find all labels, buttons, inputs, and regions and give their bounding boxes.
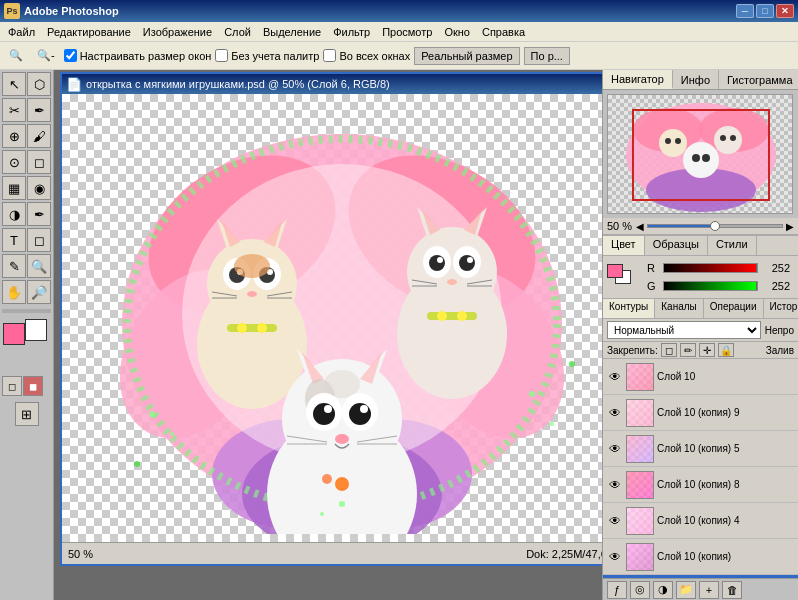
lock-paint-btn[interactable]: ✏ — [680, 343, 696, 357]
svg-point-32 — [407, 227, 497, 317]
menu-select[interactable]: Выделение — [257, 24, 327, 40]
zoom-in-icon[interactable]: ▶ — [786, 221, 794, 232]
add-mask-btn[interactable]: ◎ — [630, 581, 650, 599]
screen-mode-btn[interactable]: ⊞ — [15, 402, 39, 426]
checkbox-all-windows[interactable]: Во всех окнах — [323, 49, 410, 62]
quickmask-mode-btn[interactable]: ◼ — [23, 376, 43, 396]
checkbox-resize-windows[interactable]: Настраивать размер окон — [64, 49, 212, 62]
tool-hand[interactable]: ✋ — [2, 280, 26, 304]
tool-blur[interactable]: ◉ — [27, 176, 51, 200]
layer-row[interactable]: 👁 Слой 10 — [603, 359, 798, 395]
background-color-swatch[interactable] — [25, 319, 47, 341]
tool-slice[interactable]: ✒ — [27, 98, 51, 122]
delete-layer-btn[interactable]: 🗑 — [722, 581, 742, 599]
close-button[interactable]: ✕ — [776, 4, 794, 18]
menu-image[interactable]: Изображение — [137, 24, 218, 40]
maximize-button[interactable]: □ — [756, 4, 774, 18]
minimize-button[interactable]: ─ — [736, 4, 754, 18]
menu-edit[interactable]: Редактирование — [41, 24, 137, 40]
postcard-image — [92, 114, 592, 534]
blend-mode-select[interactable]: Нормальный — [607, 321, 761, 339]
tool-notes[interactable]: ✎ — [2, 254, 26, 278]
tool-move[interactable]: ↖ — [2, 72, 26, 96]
layer-row[interactable]: 👁 Слой 10 (копия) 8 — [603, 467, 798, 503]
tab-channels[interactable]: Каналы — [655, 299, 704, 318]
tab-actions[interactable]: Операции — [704, 299, 764, 318]
tool-heal[interactable]: ⊕ — [2, 124, 26, 148]
lock-move-btn[interactable]: ✛ — [699, 343, 715, 357]
channel-r-slider[interactable] — [663, 263, 758, 273]
tool-eraser[interactable]: ◻ — [27, 150, 51, 174]
layer-row[interactable]: 👁 Слой 10 (копия) 5 — [603, 431, 798, 467]
svg-point-50 — [457, 311, 467, 321]
checkbox-ignore-palettes-input[interactable] — [215, 49, 228, 62]
new-layer-btn[interactable]: + — [699, 581, 719, 599]
channel-g-slider[interactable] — [663, 281, 758, 291]
tool-clone[interactable]: ⊙ — [2, 150, 26, 174]
standard-mode-btn[interactable]: ◻ — [2, 376, 22, 396]
document-canvas[interactable] — [62, 94, 602, 542]
layer-visibility-toggle[interactable]: 👁 — [607, 441, 623, 457]
menu-help[interactable]: Справка — [476, 24, 531, 40]
color-row-r: R 252 — [643, 259, 794, 277]
svg-point-96 — [692, 154, 700, 162]
lock-transparency-btn[interactable]: ◻ — [661, 343, 677, 357]
zoom-slider[interactable] — [647, 224, 783, 228]
layer-visibility-toggle[interactable]: 👁 — [607, 369, 623, 385]
tool-text[interactable]: T — [2, 228, 26, 252]
layer-row[interactable]: 👁 Слой 10 (копия) 9 — [603, 395, 798, 431]
svg-point-11 — [207, 239, 297, 329]
new-fill-layer-btn[interactable]: ◑ — [653, 581, 673, 599]
tab-paths[interactable]: Контуры — [603, 299, 655, 318]
btn-fit[interactable]: По р... — [524, 47, 570, 65]
color-panel: Цвет Образцы Стили R 252 — [603, 235, 798, 298]
layer-row[interactable]: 👁 Слой 10 (копия) — [603, 539, 798, 575]
tab-navigator[interactable]: Навигатор — [603, 70, 673, 89]
tab-swatches[interactable]: Образцы — [645, 236, 708, 255]
menu-filter[interactable]: Фильтр — [327, 24, 376, 40]
lock-all-btn[interactable]: 🔒 — [718, 343, 734, 357]
tab-histogram[interactable]: Гистограмма — [719, 70, 798, 89]
zoom-out-icon[interactable]: ◀ — [636, 221, 644, 232]
checkbox-resize-windows-input[interactable] — [64, 49, 77, 62]
tool-pen[interactable]: ✒ — [27, 202, 51, 226]
navigator-zoom-bar: 50 % ◀ ▶ — [603, 218, 798, 235]
tool-gradient[interactable]: ▦ — [2, 176, 26, 200]
tool-eyedropper[interactable]: 🔍 — [27, 254, 51, 278]
toolbar: 🔍 🔍- Настраивать размер окон Без учета п… — [0, 42, 798, 70]
tab-styles[interactable]: Стили — [708, 236, 757, 255]
foreground-color-swatch[interactable] — [3, 323, 25, 345]
layer-visibility-toggle[interactable]: 👁 — [607, 513, 623, 529]
btn-actual-size[interactable]: Реальный размер — [414, 47, 519, 65]
tool-dodge[interactable]: ◑ — [2, 202, 26, 226]
layer-visibility-toggle[interactable]: 👁 — [607, 477, 623, 493]
tool-zoom-out[interactable]: 🔍- — [32, 45, 60, 67]
svg-point-73 — [170, 432, 174, 436]
menu-file[interactable]: Файл — [2, 24, 41, 40]
tool-crop[interactable]: ✂ — [2, 98, 26, 122]
layer-visibility-toggle[interactable]: 👁 — [607, 405, 623, 421]
menu-window[interactable]: Окно — [438, 24, 476, 40]
menu-layer[interactable]: Слой — [218, 24, 257, 40]
menu-view[interactable]: Просмотр — [376, 24, 438, 40]
tool-brush[interactable]: 🖌 — [27, 124, 51, 148]
tool-lasso[interactable]: ⬡ — [27, 72, 51, 96]
tool-shape[interactable]: ◻ — [27, 228, 51, 252]
layer-visibility-toggle[interactable]: 👁 — [607, 549, 623, 565]
channel-g-label: G — [647, 280, 659, 292]
add-layer-style-btn[interactable]: ƒ — [607, 581, 627, 599]
svg-point-79 — [320, 512, 324, 516]
tool-zoom-toggle[interactable]: 🔍 — [4, 45, 28, 67]
window-controls[interactable]: ─ □ ✕ — [736, 4, 794, 18]
navigator-preview[interactable] — [607, 94, 793, 214]
tab-info[interactable]: Инфо — [673, 70, 719, 89]
tab-history[interactable]: Истор — [764, 299, 798, 318]
zoom-percent: 50 % — [607, 220, 632, 232]
checkbox-ignore-palettes[interactable]: Без учета палитр — [215, 49, 319, 62]
checkbox-all-windows-input[interactable] — [323, 49, 336, 62]
layer-row[interactable]: 👁 Слой 10 (копия) 4 — [603, 503, 798, 539]
tool-zoom[interactable]: 🔎 — [27, 280, 51, 304]
tab-color[interactable]: Цвет — [603, 236, 645, 255]
new-layer-group-btn[interactable]: 📁 — [676, 581, 696, 599]
svg-point-94 — [720, 135, 726, 141]
